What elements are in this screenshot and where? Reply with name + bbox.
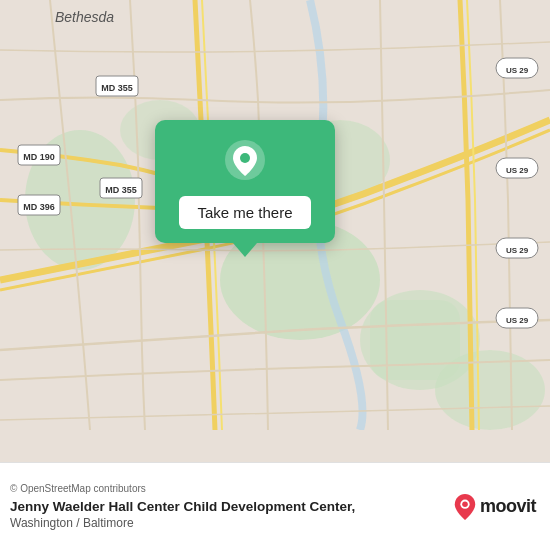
label-md355-mid: MD 355 xyxy=(105,185,137,195)
svg-text:US 29: US 29 xyxy=(506,66,529,75)
label-md190: MD 190 xyxy=(23,152,55,162)
location-pin-icon xyxy=(223,138,267,182)
label-md396: MD 396 xyxy=(23,202,55,212)
take-me-there-button[interactable]: Take me there xyxy=(179,196,310,229)
svg-text:Bethesda: Bethesda xyxy=(55,9,114,25)
location-name: Jenny Waelder Hall Center Child Developm… xyxy=(10,498,446,516)
svg-point-24 xyxy=(462,501,468,507)
map-container: MD 355 MD 355 MD 190 MD 396 US 29 US 29 … xyxy=(0,0,550,550)
location-info: © OpenStreetMap contributors Jenny Waeld… xyxy=(10,483,446,530)
moovit-logo: moovit xyxy=(454,494,536,520)
svg-text:US 29: US 29 xyxy=(506,246,529,255)
svg-point-22 xyxy=(240,153,250,163)
svg-text:US 29: US 29 xyxy=(506,316,529,325)
bottom-bar: © OpenStreetMap contributors Jenny Waeld… xyxy=(0,462,550,550)
svg-text:US 29: US 29 xyxy=(506,166,529,175)
osm-attribution: © OpenStreetMap contributors xyxy=(10,483,446,494)
location-region: Washington / Baltimore xyxy=(10,516,446,530)
location-popup: Take me there xyxy=(155,120,335,243)
moovit-label: moovit xyxy=(480,496,536,517)
label-md355-top: MD 355 xyxy=(101,83,133,93)
moovit-pin-icon xyxy=(454,494,476,520)
